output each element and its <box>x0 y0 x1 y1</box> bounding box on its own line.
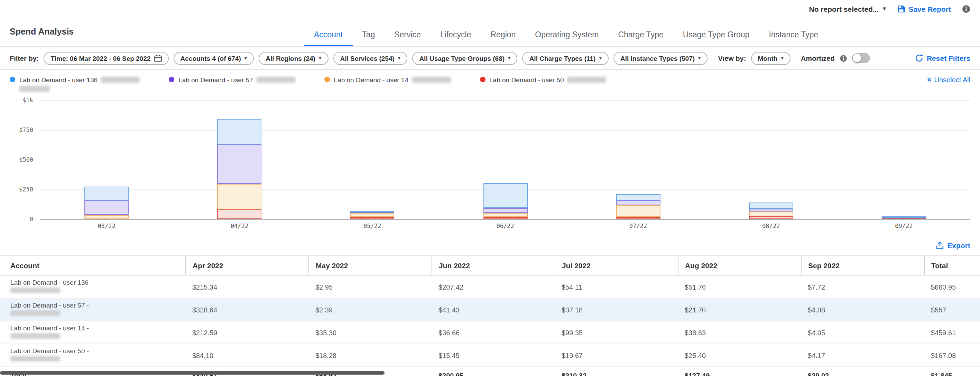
bar-segment-lab-on-demand-user-14-03-22[interactable] <box>84 215 129 219</box>
bar-segment-lab-on-demand-user-136-07-22[interactable] <box>616 194 660 201</box>
bar-segment-lab-on-demand-user-57-08-22[interactable] <box>749 209 793 211</box>
filter-pill-all-regions-24[interactable]: All Regions (24)▾ <box>259 51 328 65</box>
pill-label: All Charge Types (11) <box>530 54 596 62</box>
view-by-dropdown[interactable]: Month ▾ <box>751 51 791 65</box>
report-selector-dropdown[interactable]: No report selected... ▾ <box>809 5 886 13</box>
bar-segment-lab-on-demand-user-50-06-22[interactable] <box>483 217 527 219</box>
spend-chart: $1k$750$500$2500 03/2204/2205/2206/2207/… <box>10 96 970 233</box>
column-header-sep-2022: Sep 2022 <box>801 255 924 275</box>
bar-segment-lab-on-demand-user-136-03-22[interactable] <box>84 186 129 201</box>
total-value: $300.95 <box>431 366 555 376</box>
tab-tag[interactable]: Tag <box>352 24 385 46</box>
legend-item-lab-on-demand-user-14[interactable]: Lab on Demand - user 14 <box>325 75 450 84</box>
account-name: Lab on Demand - user 14 - <box>10 324 178 332</box>
caret-down-icon: ▾ <box>398 56 401 61</box>
tab-charge-type[interactable]: Charge Type <box>608 24 673 46</box>
legend-item-lab-on-demand-user-50[interactable]: Lab on Demand - user 50 <box>480 75 606 84</box>
save-report-label: Save Report <box>908 5 951 13</box>
y-axis-tick: $750 <box>19 127 33 133</box>
cell-value: $7.72 <box>801 275 924 298</box>
cell-value: $84.10 <box>185 344 309 366</box>
x-axis-tick: 08/22 <box>762 222 780 230</box>
pill-label: All Usage Type Groups (68) <box>419 54 504 62</box>
bar-segment-lab-on-demand-user-14-08-22[interactable] <box>749 211 793 216</box>
table-row: Lab on Demand - user 136 -$215.34$2.95$2… <box>0 275 980 298</box>
bar-segment-lab-on-demand-user-136-08-22[interactable] <box>749 203 793 209</box>
legend-item-lab-on-demand-user-57[interactable]: Lab on Demand - user 57 <box>169 75 295 84</box>
filter-pill-accounts-4-of-674[interactable]: Accounts 4 (of 674)▾ <box>173 51 254 65</box>
refresh-icon <box>915 54 923 62</box>
cell-value: $21.70 <box>678 298 801 321</box>
export-button[interactable]: Export <box>935 241 970 249</box>
x-axis-tick: 05/22 <box>363 222 381 230</box>
y-axis-tick: 0 <box>30 216 33 222</box>
tab-lifecycle[interactable]: Lifecycle <box>431 24 481 46</box>
bar-segment-lab-on-demand-user-14-05-22[interactable] <box>350 213 395 217</box>
bar-segment-lab-on-demand-user-14-07-22[interactable] <box>616 205 660 217</box>
horizontal-scrollbar-thumb[interactable] <box>0 371 385 374</box>
tab-account[interactable]: Account <box>304 24 352 46</box>
legend-item-lab-on-demand-user-136[interactable]: Lab on Demand - user 136 <box>10 75 140 93</box>
gridline <box>40 100 970 101</box>
legend-dot <box>325 77 330 82</box>
tab-operating-system[interactable]: Operating System <box>525 24 608 46</box>
tab-service[interactable]: Service <box>385 24 431 46</box>
bar-segment-lab-on-demand-user-57-04-22[interactable] <box>217 145 261 184</box>
cell-value: $328.64 <box>185 298 309 321</box>
bar-segment-lab-on-demand-user-57-06-22[interactable] <box>483 208 527 213</box>
save-icon <box>897 5 905 13</box>
tab-instance-type[interactable]: Instance Type <box>759 24 828 46</box>
filter-pill-all-instance-types-507[interactable]: All Instance Types (507)▾ <box>613 51 708 65</box>
bar-segment-lab-on-demand-user-14-04-22[interactable] <box>217 184 261 209</box>
legend-label: Lab on Demand - user 14 <box>334 76 408 84</box>
bar-segment-lab-on-demand-user-57-03-22[interactable] <box>84 201 129 215</box>
filter-by-label: Filter by: <box>10 54 39 62</box>
reset-filters-label: Reset Filters <box>927 54 970 62</box>
x-axis-tick: 04/22 <box>231 222 248 230</box>
amortized-info-icon[interactable] <box>840 54 847 62</box>
cell-value: $25.40 <box>678 344 801 366</box>
filter-pill-time-06-mar-2022-06-sep-2022[interactable]: Time: 06 Mar 2022 - 06 Sep 2022 <box>44 51 169 65</box>
filter-pill-all-usage-type-groups-68[interactable]: All Usage Type Groups (68)▾ <box>412 51 517 65</box>
info-icon[interactable] <box>962 5 970 13</box>
bar-segment-lab-on-demand-user-136-04-22[interactable] <box>217 119 261 145</box>
legend-label-row: Lab on Demand - user 136 <box>19 75 140 84</box>
save-report-button[interactable]: Save Report <box>897 5 951 13</box>
cell-value: $459.61 <box>924 321 980 344</box>
amortized-toggle[interactable] <box>852 53 870 63</box>
cell-value: $557 <box>924 298 980 321</box>
filter-pill-all-services-254[interactable]: All Services (254)▾ <box>333 51 407 65</box>
cell-value: $212.59 <box>185 321 309 344</box>
legend-dot <box>480 77 485 82</box>
bar-segment-lab-on-demand-user-50-07-22[interactable] <box>616 217 660 219</box>
report-selector-label: No report selected... <box>809 5 879 13</box>
account-cell: Lab on Demand - user 57 - <box>0 298 185 321</box>
bar-segment-lab-on-demand-user-136-09-22[interactable] <box>882 216 926 218</box>
cell-value: $207.42 <box>431 275 555 298</box>
tab-region[interactable]: Region <box>480 24 525 46</box>
bar-segment-lab-on-demand-user-50-04-22[interactable] <box>217 209 261 219</box>
bar-segment-lab-on-demand-user-136-06-22[interactable] <box>483 184 527 208</box>
legend-lines: Lab on Demand - user 57 <box>178 75 295 84</box>
caret-down-icon: ▾ <box>599 56 602 61</box>
redacted-text <box>412 77 450 83</box>
reset-filters-button[interactable]: Reset Filters <box>915 54 970 62</box>
close-icon: × <box>927 76 932 84</box>
bar-segment-lab-on-demand-user-14-06-22[interactable] <box>483 213 527 217</box>
bar-segment-lab-on-demand-user-57-07-22[interactable] <box>616 200 660 205</box>
bar-segment-lab-on-demand-user-50-05-22[interactable] <box>350 217 395 219</box>
tab-usage-type-group[interactable]: Usage Type Group <box>673 24 759 46</box>
pill-label: Time: 06 Mar 2022 - 06 Sep 2022 <box>51 54 150 62</box>
bar-segment-lab-on-demand-user-50-08-22[interactable] <box>749 216 793 219</box>
legend-dot <box>10 77 15 82</box>
filter-pill-all-charge-types-11[interactable]: All Charge Types (11)▾ <box>522 51 609 65</box>
unselect-all-label: Unselect All <box>934 76 970 84</box>
total-value: $20.02 <box>801 366 924 376</box>
gridline <box>40 130 970 131</box>
caret-down-icon: ▾ <box>319 56 321 61</box>
x-axis-tick: 03/22 <box>98 222 116 230</box>
table-head-row: AccountApr 2022May 2022Jun 2022Jul 2022A… <box>0 255 980 275</box>
caret-down-icon: ▾ <box>245 56 247 61</box>
unselect-all-button[interactable]: × Unselect All <box>927 76 970 84</box>
bar-segment-lab-on-demand-user-136-05-22[interactable] <box>350 211 395 213</box>
